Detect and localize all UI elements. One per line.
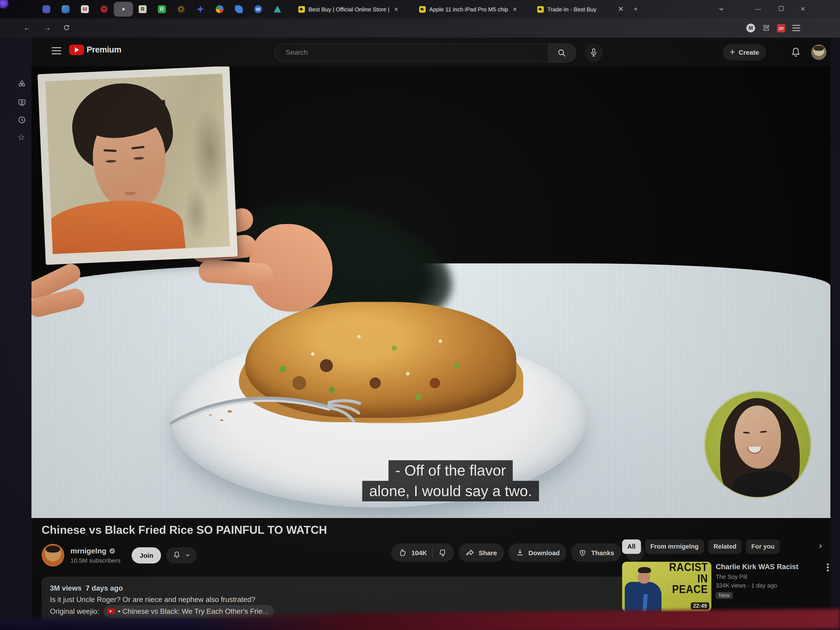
verified-badge-icon [109, 548, 115, 554]
ai-assistant-swirl-icon[interactable] [17, 80, 26, 88]
tab-bestbuy-store[interactable]: Best Buy | Official Online Store | ✕ [294, 2, 417, 17]
window-maximize-button[interactable] [774, 3, 788, 15]
browser-content: ☆ Premium + Create [0, 38, 840, 623]
account-avatar[interactable] [811, 45, 826, 60]
tab-trade-in[interactable]: Trade-In - Best Buy [533, 2, 624, 17]
new-badge: New [716, 592, 733, 599]
voice-search-button[interactable] [584, 43, 603, 62]
thumbnail-text: RACIST IN PEACE [669, 562, 708, 595]
swirl-gold-favicon[interactable] [177, 5, 185, 13]
share-button[interactable]: Share [458, 543, 504, 562]
youtube-page: Premium + Create [32, 38, 831, 623]
polaroid-photo [38, 66, 238, 265]
maps-favicon[interactable] [216, 5, 224, 13]
thanks-label: Thanks [591, 549, 614, 556]
join-button[interactable]: Join [132, 547, 161, 563]
pinned-tabs [37, 5, 287, 13]
screen-share-icon[interactable] [17, 98, 26, 107]
new-tab-button[interactable]: + [630, 3, 641, 15]
thanks-button[interactable]: $ Thanks [571, 543, 621, 562]
notes-r-favicon[interactable] [139, 5, 147, 13]
tab-close-icon[interactable]: ✕ [615, 3, 627, 15]
notifications-bell-icon[interactable] [790, 46, 802, 58]
sparkle-blue-favicon[interactable] [196, 5, 204, 13]
video-player[interactable]: - Off of the flavor alone, I would say a… [32, 66, 831, 518]
channel-name[interactable]: mrnigelng [70, 547, 106, 556]
bluesky-favicon[interactable] [235, 5, 243, 13]
share-label: Share [478, 549, 497, 556]
download-button[interactable]: Download [508, 543, 567, 562]
guide-menu-icon[interactable] [52, 47, 61, 54]
target-favicon[interactable] [100, 5, 108, 13]
youtube-play-icon [69, 45, 84, 55]
chip-all[interactable]: All [622, 539, 641, 554]
history-clock-icon[interactable] [17, 115, 26, 124]
tab-title: Best Buy | Official Online Store | [308, 6, 389, 13]
extension-red-m-icon[interactable]: m [777, 24, 785, 32]
extension-m-icon[interactable]: M [746, 24, 755, 32]
create-button[interactable]: + Create [723, 44, 766, 60]
youtube-favicon[interactable] [120, 5, 127, 13]
bestbuy-favicon [298, 6, 305, 13]
browser-toolbar: ← → www.youtube.com/watch?v=0CIt_L0GXJM … [0, 18, 840, 38]
thumb-down-icon[interactable] [438, 548, 447, 557]
channel-avatar[interactable] [41, 544, 64, 567]
related-thumbnail[interactable]: RACIST IN PEACE 22:49 [622, 562, 711, 612]
tab-ipad-pro[interactable]: Apple 11 inch iPad Pro M5 chip ✕ [415, 2, 535, 17]
chevron-down-icon [185, 552, 191, 558]
bestbuy-favicon [419, 6, 426, 13]
search-box[interactable] [275, 43, 549, 62]
filter-chips: All From mrnigelng Related For you [622, 539, 780, 554]
subscribed-bell-button[interactable] [166, 547, 197, 563]
r-green-favicon[interactable] [158, 5, 166, 13]
bookmarks-star-icon[interactable]: ☆ [17, 132, 26, 141]
related-meta: 334K views · 1 day ago [716, 582, 831, 589]
duration-badge: 22:49 [691, 602, 709, 609]
logo-wordmark: Premium [87, 45, 121, 55]
tab-title: Trade-In - Best Buy [547, 6, 596, 13]
share-icon [466, 548, 475, 557]
gmail-favicon[interactable] [81, 5, 89, 13]
window-minimize-button[interactable]: — [752, 3, 765, 15]
word-favicon[interactable] [254, 5, 262, 13]
tab-close-icon[interactable]: ✕ [393, 6, 399, 13]
subscriber-count: 10.5M subscribers [70, 557, 120, 564]
related-channel[interactable]: The Soy Pill [716, 573, 831, 580]
extension-puzzle-icon[interactable] [762, 24, 770, 32]
chip-for-you[interactable]: For you [746, 539, 780, 554]
search-input[interactable] [285, 48, 548, 57]
related-video-1[interactable]: RACIST IN PEACE 22:49 Charlie Kirk WAS R… [622, 562, 831, 612]
reload-button[interactable] [61, 23, 72, 33]
create-label: Create [739, 49, 759, 56]
thumb-up-icon[interactable] [398, 548, 407, 557]
svg-text:$: $ [582, 551, 584, 554]
forward-button[interactable]: → [42, 23, 52, 33]
caption-line-2: alone, I would say a two. [362, 481, 539, 501]
search-button[interactable] [548, 43, 576, 63]
back-button[interactable]: ← [22, 23, 32, 33]
chip-from-channel[interactable]: From mrnigelng [645, 539, 704, 554]
video-title: Chinese vs Black Fried Rice SO PAINFUL T… [41, 523, 610, 537]
search-icon [557, 48, 567, 58]
action-buttons: 104K Share Download $ Thanks ••• [392, 543, 644, 562]
chip-related[interactable]: Related [708, 539, 742, 554]
extensions-area: M m [746, 24, 800, 32]
tab-search-chevron-icon[interactable] [716, 3, 727, 15]
like-dislike-pill[interactable]: 104K [392, 543, 454, 562]
mail-favicon[interactable] [62, 5, 69, 13]
browser-menu-icon[interactable] [792, 25, 800, 31]
related-menu-icon[interactable]: ••• [825, 563, 831, 572]
tab-close-icon[interactable]: ✕ [512, 6, 518, 13]
photo-of-man [45, 74, 230, 254]
video-captions: - Off of the flavor alone, I would say a… [271, 461, 630, 502]
mic-icon [589, 48, 598, 57]
chat-favicon[interactable] [43, 5, 50, 13]
window-close-button[interactable]: ✕ [796, 3, 809, 15]
heart-dollar-icon: $ [578, 548, 587, 557]
chips-scroll-arrow[interactable]: › [819, 541, 822, 551]
view-count: 3M views [50, 584, 82, 592]
earth-favicon[interactable] [273, 5, 281, 13]
youtube-premium-logo[interactable]: Premium [69, 45, 121, 55]
browser-sidebar: ☆ [0, 38, 32, 623]
related-title[interactable]: Charlie Kirk WAS Racist [716, 562, 803, 572]
